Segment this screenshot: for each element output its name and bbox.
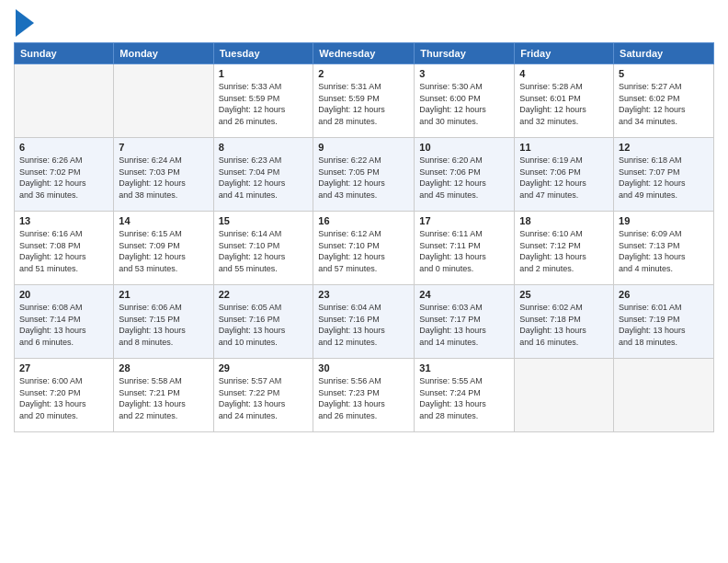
day-detail: Sunrise: 5:28 AM Sunset: 6:01 PM Dayligh… (519, 81, 609, 127)
calendar-cell: 23Sunrise: 6:04 AM Sunset: 7:16 PM Dayli… (313, 285, 415, 359)
day-number: 12 (619, 142, 709, 153)
calendar-cell: 25Sunrise: 6:02 AM Sunset: 7:18 PM Dayli… (515, 285, 614, 359)
day-number: 3 (419, 68, 509, 79)
day-number: 6 (19, 142, 108, 153)
day-detail: Sunrise: 6:14 AM Sunset: 7:10 PM Dayligh… (219, 228, 309, 274)
calendar-cell: 22Sunrise: 6:05 AM Sunset: 7:16 PM Dayli… (213, 285, 313, 359)
day-number: 30 (318, 362, 409, 373)
header (14, 9, 714, 37)
day-number: 8 (219, 142, 309, 153)
day-number: 1 (219, 68, 309, 79)
day-detail: Sunrise: 6:02 AM Sunset: 7:18 PM Dayligh… (519, 302, 609, 348)
calendar-cell: 24Sunrise: 6:03 AM Sunset: 7:17 PM Dayli… (415, 285, 515, 359)
calendar-cell: 26Sunrise: 6:01 AM Sunset: 7:19 PM Dayli… (614, 285, 714, 359)
day-detail: Sunrise: 6:08 AM Sunset: 7:14 PM Dayligh… (19, 302, 108, 348)
calendar: SundayMondayTuesdayWednesdayThursdayFrid… (14, 42, 714, 432)
calendar-cell: 13Sunrise: 6:16 AM Sunset: 7:08 PM Dayli… (15, 212, 114, 285)
day-number: 2 (318, 68, 409, 79)
day-detail: Sunrise: 6:09 AM Sunset: 7:13 PM Dayligh… (619, 228, 709, 274)
day-number: 27 (19, 362, 108, 373)
calendar-cell: 10Sunrise: 6:20 AM Sunset: 7:06 PM Dayli… (415, 138, 515, 212)
day-number: 29 (219, 362, 309, 373)
day-number: 15 (219, 215, 309, 226)
calendar-cell: 31Sunrise: 5:55 AM Sunset: 7:24 PM Dayli… (415, 359, 515, 432)
week-row-2: 6Sunrise: 6:26 AM Sunset: 7:02 PM Daylig… (15, 138, 714, 212)
calendar-cell: 6Sunrise: 6:26 AM Sunset: 7:02 PM Daylig… (15, 138, 114, 212)
day-detail: Sunrise: 6:11 AM Sunset: 7:11 PM Dayligh… (419, 228, 509, 274)
day-detail: Sunrise: 6:04 AM Sunset: 7:16 PM Dayligh… (318, 302, 409, 348)
calendar-cell (114, 64, 213, 138)
calendar-cell: 2Sunrise: 5:31 AM Sunset: 5:59 PM Daylig… (313, 64, 415, 138)
day-header-tuesday: Tuesday (213, 43, 313, 64)
calendar-cell: 30Sunrise: 5:56 AM Sunset: 7:23 PM Dayli… (313, 359, 415, 432)
day-number: 14 (119, 215, 208, 226)
day-detail: Sunrise: 5:58 AM Sunset: 7:21 PM Dayligh… (119, 375, 208, 421)
calendar-cell: 12Sunrise: 6:18 AM Sunset: 7:07 PM Dayli… (614, 138, 714, 212)
day-detail: Sunrise: 6:19 AM Sunset: 7:06 PM Dayligh… (519, 155, 609, 201)
calendar-cell: 15Sunrise: 6:14 AM Sunset: 7:10 PM Dayli… (213, 212, 313, 285)
day-detail: Sunrise: 6:05 AM Sunset: 7:16 PM Dayligh… (219, 302, 309, 348)
day-header-wednesday: Wednesday (313, 43, 415, 64)
logo-icon (16, 9, 34, 37)
day-number: 21 (119, 289, 208, 300)
day-header-monday: Monday (114, 43, 213, 64)
calendar-cell: 7Sunrise: 6:24 AM Sunset: 7:03 PM Daylig… (114, 138, 213, 212)
calendar-cell: 27Sunrise: 6:00 AM Sunset: 7:20 PM Dayli… (15, 359, 114, 432)
week-row-3: 13Sunrise: 6:16 AM Sunset: 7:08 PM Dayli… (15, 212, 714, 285)
day-number: 22 (219, 289, 309, 300)
day-number: 17 (419, 215, 509, 226)
week-row-5: 27Sunrise: 6:00 AM Sunset: 7:20 PM Dayli… (15, 359, 714, 432)
day-detail: Sunrise: 6:03 AM Sunset: 7:17 PM Dayligh… (419, 302, 509, 348)
calendar-cell: 19Sunrise: 6:09 AM Sunset: 7:13 PM Dayli… (614, 212, 714, 285)
day-detail: Sunrise: 5:55 AM Sunset: 7:24 PM Dayligh… (419, 375, 509, 421)
day-detail: Sunrise: 5:27 AM Sunset: 6:02 PM Dayligh… (619, 81, 709, 127)
day-detail: Sunrise: 6:22 AM Sunset: 7:05 PM Dayligh… (318, 155, 409, 201)
day-number: 23 (318, 289, 409, 300)
day-detail: Sunrise: 6:20 AM Sunset: 7:06 PM Dayligh… (419, 155, 509, 201)
day-number: 26 (619, 289, 709, 300)
calendar-cell: 20Sunrise: 6:08 AM Sunset: 7:14 PM Dayli… (15, 285, 114, 359)
day-header-sunday: Sunday (15, 43, 114, 64)
day-number: 31 (419, 362, 509, 373)
calendar-cell (614, 359, 714, 432)
calendar-cell: 14Sunrise: 6:15 AM Sunset: 7:09 PM Dayli… (114, 212, 213, 285)
day-header-friday: Friday (515, 43, 614, 64)
day-detail: Sunrise: 6:26 AM Sunset: 7:02 PM Dayligh… (19, 155, 108, 201)
day-detail: Sunrise: 6:23 AM Sunset: 7:04 PM Dayligh… (219, 155, 309, 201)
svg-marker-0 (16, 9, 34, 37)
day-number: 7 (119, 142, 208, 153)
day-detail: Sunrise: 5:31 AM Sunset: 5:59 PM Dayligh… (318, 81, 409, 127)
day-detail: Sunrise: 6:18 AM Sunset: 7:07 PM Dayligh… (619, 155, 709, 201)
day-number: 10 (419, 142, 509, 153)
day-number: 20 (19, 289, 108, 300)
day-detail: Sunrise: 6:10 AM Sunset: 7:12 PM Dayligh… (519, 228, 609, 274)
page: SundayMondayTuesdayWednesdayThursdayFrid… (0, 0, 728, 563)
day-detail: Sunrise: 6:12 AM Sunset: 7:10 PM Dayligh… (318, 228, 409, 274)
calendar-cell: 5Sunrise: 5:27 AM Sunset: 6:02 PM Daylig… (614, 64, 714, 138)
calendar-cell: 11Sunrise: 6:19 AM Sunset: 7:06 PM Dayli… (515, 138, 614, 212)
day-number: 28 (119, 362, 208, 373)
day-detail: Sunrise: 6:15 AM Sunset: 7:09 PM Dayligh… (119, 228, 208, 274)
calendar-cell: 28Sunrise: 5:58 AM Sunset: 7:21 PM Dayli… (114, 359, 213, 432)
day-number: 4 (519, 68, 609, 79)
calendar-cell: 9Sunrise: 6:22 AM Sunset: 7:05 PM Daylig… (313, 138, 415, 212)
day-number: 5 (619, 68, 709, 79)
day-detail: Sunrise: 6:01 AM Sunset: 7:19 PM Dayligh… (619, 302, 709, 348)
calendar-cell (515, 359, 614, 432)
calendar-cell (15, 64, 114, 138)
calendar-cell: 1Sunrise: 5:33 AM Sunset: 5:59 PM Daylig… (213, 64, 313, 138)
day-detail: Sunrise: 5:30 AM Sunset: 6:00 PM Dayligh… (419, 81, 509, 127)
calendar-cell: 4Sunrise: 5:28 AM Sunset: 6:01 PM Daylig… (515, 64, 614, 138)
day-number: 16 (318, 215, 409, 226)
calendar-cell: 18Sunrise: 6:10 AM Sunset: 7:12 PM Dayli… (515, 212, 614, 285)
day-number: 18 (519, 215, 609, 226)
day-detail: Sunrise: 6:16 AM Sunset: 7:08 PM Dayligh… (19, 228, 108, 274)
calendar-cell: 17Sunrise: 6:11 AM Sunset: 7:11 PM Dayli… (415, 212, 515, 285)
day-number: 25 (519, 289, 609, 300)
day-number: 19 (619, 215, 709, 226)
calendar-cell: 21Sunrise: 6:06 AM Sunset: 7:15 PM Dayli… (114, 285, 213, 359)
calendar-cell: 16Sunrise: 6:12 AM Sunset: 7:10 PM Dayli… (313, 212, 415, 285)
day-detail: Sunrise: 6:00 AM Sunset: 7:20 PM Dayligh… (19, 375, 108, 421)
logo (14, 9, 34, 37)
day-number: 13 (19, 215, 108, 226)
